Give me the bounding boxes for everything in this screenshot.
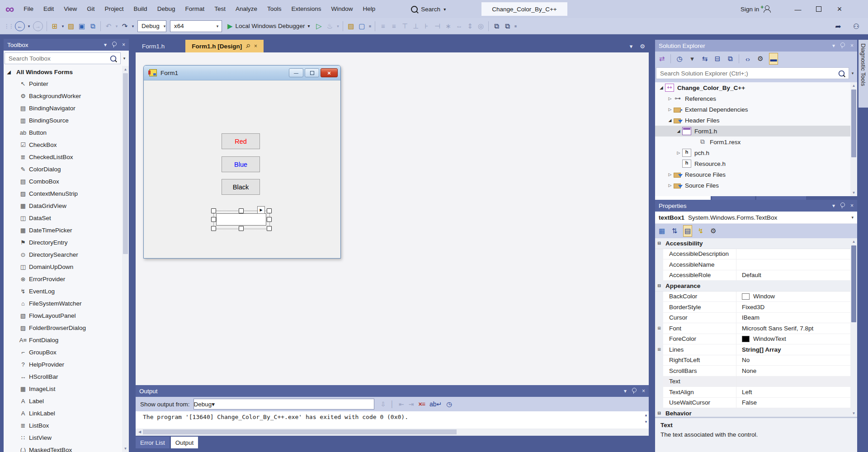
property-row[interactable]: Text (655, 377, 857, 387)
toolbox-group-all-windows-forms[interactable]: ◢ All Windows Forms (4, 66, 129, 78)
toolbox-item[interactable]: ▧ FlowLayoutPanel (4, 310, 129, 322)
toolbox-item[interactable]: ⊙ DirectorySearcher (4, 249, 129, 261)
toolbar-icon[interactable]: ⧉ (491, 20, 501, 32)
category-expander-icon[interactable]: ⊞ (655, 323, 663, 334)
toolbar-icon[interactable]: ⧉ (502, 20, 512, 32)
category-expander-icon[interactable] (655, 313, 663, 323)
output-hscrollbar[interactable]: ◀ (136, 428, 649, 436)
tree-row[interactable]: Form1.resx (655, 137, 857, 147)
solution-explorer-toolbar-icon[interactable]: ⊟ (713, 53, 722, 64)
properties-toolbar-icon[interactable]: ⚙ (709, 226, 717, 236)
toolbar-icon[interactable] (47, 21, 47, 31)
pin-icon[interactable]: ⚲ (245, 42, 252, 50)
gear-icon[interactable]: ⚙ (640, 43, 645, 50)
resize-handle[interactable] (211, 226, 216, 231)
category-expander-icon[interactable]: ⊟ (655, 238, 663, 249)
toolbox-item[interactable]: ▨ FolderBrowserDialog (4, 322, 129, 334)
toolbar-icon[interactable]: ≡ (513, 20, 518, 32)
toolbox-item[interactable]: ↯ EventLog (4, 285, 129, 297)
toolbox-item[interactable]: ◫ DataSet (4, 212, 129, 224)
output-source-dropdown[interactable]: Debug ▾ (193, 399, 374, 410)
tree-row[interactable]: ▷ pch.h (655, 147, 857, 158)
property-value[interactable]: Default (736, 272, 857, 278)
properties-toolbar-icon[interactable]: ↯ (697, 226, 705, 236)
search-control[interactable]: Search ▾ (407, 6, 449, 13)
menu-item[interactable]: File (19, 0, 38, 18)
toolbar-icon[interactable]: ⊞ (50, 20, 60, 32)
property-value[interactable]: Window (736, 293, 857, 300)
form-button[interactable]: Blue (222, 156, 260, 172)
resize-handle[interactable] (211, 208, 216, 213)
platform-dropdown[interactable]: x64 ▾ (170, 20, 222, 32)
output-toolbar-icon[interactable]: ⇩ (381, 400, 386, 408)
menu-item[interactable]: Debug (152, 0, 180, 18)
resize-handle[interactable] (239, 226, 244, 231)
category-expander-icon[interactable] (655, 398, 663, 408)
pin-icon[interactable] (840, 42, 845, 47)
expander-icon[interactable]: ▷ (666, 172, 674, 177)
category-expander-icon[interactable] (655, 366, 663, 376)
property-value[interactable]: None (736, 367, 857, 374)
toolbox-item[interactable]: ▨ ContextMenuStrip (4, 188, 129, 200)
solution-explorer-toolbar-icon[interactable]: ◷ (675, 53, 684, 64)
resize-handle[interactable] (239, 208, 244, 213)
output-toolbar-icon[interactable]: │ (390, 400, 394, 408)
solution-explorer-scrollbar[interactable]: ▲ ▼ (850, 82, 857, 196)
toolbar-icon[interactable]: ≡ (389, 20, 399, 32)
add-account-icon[interactable]: + (763, 5, 770, 13)
menu-item[interactable]: Help (358, 0, 381, 18)
menu-item[interactable]: Build (129, 0, 152, 18)
scroll-up-icon[interactable]: ▲ (644, 413, 648, 417)
solution-explorer-search-input[interactable]: Search Solution Explorer (Ctrl+;) (656, 67, 849, 79)
property-row[interactable]: BorderStyle Fixed3D (655, 302, 857, 313)
toolbox-item[interactable]: ↔ HScrollBar (4, 371, 129, 383)
output-header[interactable]: Output ▾ × (136, 385, 649, 397)
solution-explorer-toolbar-icon[interactable]: ‹› (744, 53, 752, 64)
toolbox-item[interactable]: ▦ DataGridView (4, 200, 129, 212)
menu-item[interactable]: Git (82, 0, 99, 18)
toolbar-icon[interactable] (343, 21, 343, 31)
scroll-down-icon[interactable]: ▼ (850, 410, 857, 417)
menu-item[interactable]: Analyze (231, 0, 262, 18)
solution-explorer-toolbar-icon[interactable]: ⇆ (701, 53, 709, 64)
property-row[interactable]: RightToLeft No (655, 355, 857, 366)
tab-diagnostic-tools[interactable]: Diagnostic Tools (859, 40, 868, 108)
scrollbar-thumb[interactable] (143, 429, 457, 434)
menu-item[interactable]: Edit (38, 0, 59, 18)
chevron-down-icon[interactable]: ▾ (630, 43, 633, 50)
property-row[interactable]: AccessibleDescription (655, 249, 857, 260)
toolbox-item[interactable]: ≣ CheckedListBox (4, 151, 129, 163)
category-expander-icon[interactable] (655, 270, 663, 281)
form-canvas[interactable]: Red Blue Black ▶ (144, 80, 340, 258)
toolbar-icon[interactable]: ▨ (66, 20, 76, 32)
property-row[interactable]: AccessibleName (655, 259, 857, 270)
resize-handle[interactable] (267, 217, 272, 222)
resize-handle[interactable] (211, 217, 216, 222)
toolbar-icon[interactable]: ⋮⋮ (4, 20, 13, 32)
toolbar-icon[interactable]: ⊤ (400, 20, 410, 32)
pin-icon[interactable] (840, 202, 845, 207)
selected-object-row[interactable]: textBox1 System.Windows.Forms.TextBox ▾ (655, 212, 857, 224)
toolbar-icon[interactable] (488, 21, 489, 31)
properties-header[interactable]: Properties ▾ × (655, 200, 857, 212)
scroll-up-icon[interactable]: ▲ (122, 66, 129, 73)
toolbar-icon[interactable]: ▢ (357, 20, 367, 32)
property-row[interactable]: AccessibleRole Default (655, 270, 857, 281)
toolbox-item[interactable]: ≣ ListBox (4, 419, 129, 432)
category-expander-icon[interactable] (655, 249, 663, 259)
tree-row[interactable]: Resource.h (655, 158, 857, 169)
panel-tab[interactable]: Error List (136, 437, 170, 448)
toolbar-icon[interactable]: ▷ (314, 20, 324, 32)
tree-row[interactable]: ▷ References (655, 93, 857, 104)
toolbox-item[interactable]: ab Button (4, 127, 129, 139)
output-toolbar-icon[interactable]: ◷ (446, 400, 452, 408)
toolbar-right-icon[interactable]: ⚇ (851, 20, 861, 32)
toolbox-item[interactable]: A Label (4, 395, 129, 407)
tree-row[interactable]: ▷ External Dependencies (655, 104, 857, 115)
category-expander-icon[interactable]: ⊞ (655, 344, 663, 355)
tab-form1h[interactable]: Form1.h (136, 40, 171, 52)
menu-item[interactable]: Window (326, 0, 358, 18)
toolbar-icon[interactable]: ♨ (325, 20, 335, 32)
toolbox-item[interactable]: ✎ ColorDialog (4, 163, 129, 175)
chevron-down-icon[interactable]: ▾ (832, 202, 835, 209)
